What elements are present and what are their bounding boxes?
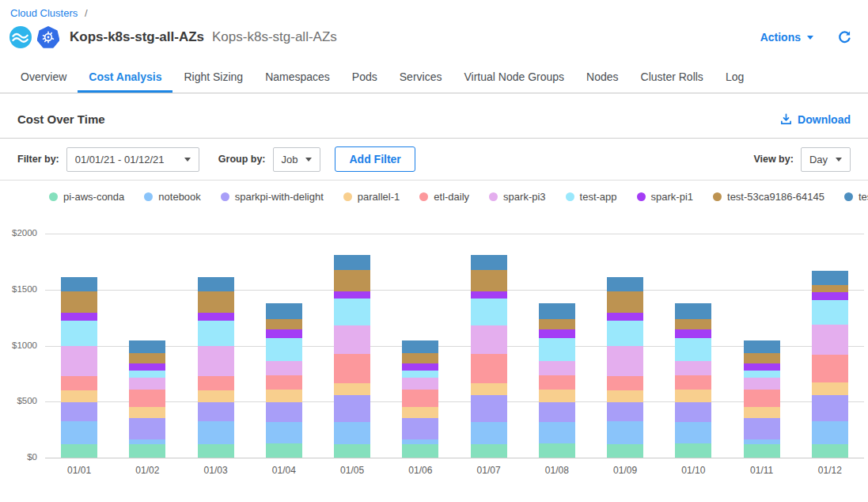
bar-segment-test-53ca9186-64145[interactable]	[129, 353, 165, 363]
bar-segment-test-53ca9186-64145[interactable]	[402, 353, 438, 363]
bar-segment-notebook[interactable]	[607, 421, 643, 444]
bar-segment-sparkpi-with-delight[interactable]	[812, 395, 848, 421]
bar-segment-notebook[interactable]	[334, 422, 370, 444]
bar-segment-test-app[interactable]	[812, 300, 848, 324]
actions-button[interactable]: Actions	[760, 31, 813, 44]
bar-segment-parallel-1[interactable]	[607, 390, 643, 402]
bar-segment-test-53ca9186-64145[interactable]	[198, 291, 234, 313]
bar-segment-test-app[interactable]	[198, 321, 234, 347]
bar-segment-test-app[interactable]	[129, 371, 165, 378]
tab-overview[interactable]: Overview	[9, 63, 78, 93]
bar-segment-spark-pi3[interactable]	[539, 361, 575, 375]
bar-segment-pi-aws-conda[interactable]	[266, 443, 302, 458]
legend-item-spark-pi3[interactable]: spark-pi3	[489, 191, 545, 203]
bar-segment-spark-pi3[interactable]	[812, 325, 848, 355]
bar-segment-test-53ca9186-64145[interactable]	[675, 319, 711, 329]
bar-segment-etl-daily[interactable]	[61, 376, 97, 390]
bar-segment-test-app[interactable]	[402, 371, 438, 378]
bar-segment-spark-pi3[interactable]	[471, 325, 507, 354]
bar-01-10[interactable]	[675, 303, 711, 458]
bar-segment-parallel-1[interactable]	[402, 407, 438, 418]
legend-item-sparkpi-with-delight[interactable]: sparkpi-with-delight	[221, 191, 324, 203]
tab-namespaces[interactable]: Namespaces	[254, 63, 341, 93]
bar-segment-sparkpi-with-delight[interactable]	[266, 402, 302, 422]
bar-segment-spark-pi1[interactable]	[675, 329, 711, 338]
bar-01-01[interactable]	[61, 277, 97, 458]
bar-segment-spark-pi1[interactable]	[334, 291, 370, 299]
bar-segment-parallel-1[interactable]	[539, 390, 575, 402]
bar-segment-etl-daily[interactable]	[198, 376, 234, 390]
bar-segment-test-app[interactable]	[471, 299, 507, 325]
bar-segment-test-pkix[interactable]	[471, 255, 507, 269]
tab-nodes[interactable]: Nodes	[575, 63, 629, 93]
bar-segment-pi-aws-conda[interactable]	[402, 444, 438, 458]
bar-segment-test-pkix[interactable]	[198, 277, 234, 291]
bar-segment-parallel-1[interactable]	[61, 390, 97, 402]
date-range-select[interactable]: 01/01/21 - 01/12/21	[66, 147, 199, 172]
add-filter-button[interactable]: Add Filter	[335, 146, 415, 172]
tab-cluster-rolls[interactable]: Cluster Rolls	[630, 63, 714, 93]
bar-segment-test-pkix[interactable]	[402, 340, 438, 353]
bar-segment-spark-pi1[interactable]	[402, 363, 438, 371]
bar-segment-test-53ca9186-64145[interactable]	[539, 319, 575, 329]
bar-segment-spark-pi1[interactable]	[539, 329, 575, 338]
tab-cost-analysis[interactable]: Cost Analysis	[78, 63, 172, 93]
bar-segment-parallel-1[interactable]	[198, 390, 234, 402]
bar-segment-etl-daily[interactable]	[334, 354, 370, 383]
bar-segment-notebook[interactable]	[539, 422, 575, 444]
legend-item-test-app[interactable]: test-app	[566, 191, 617, 203]
bar-segment-etl-daily[interactable]	[402, 390, 438, 407]
bar-segment-test-app[interactable]	[675, 338, 711, 361]
bar-segment-spark-pi1[interactable]	[198, 313, 234, 321]
bar-segment-test-app[interactable]	[539, 338, 575, 361]
view-by-select[interactable]: Day	[801, 147, 851, 172]
bar-segment-spark-pi1[interactable]	[471, 291, 507, 299]
bar-segment-test-pkix[interactable]	[675, 303, 711, 319]
bar-segment-test-app[interactable]	[607, 321, 643, 347]
tab-log[interactable]: Log	[714, 63, 755, 93]
bar-01-08[interactable]	[539, 303, 575, 458]
legend-item-test-53ca9186-64145[interactable]: test-53ca9186-64145	[713, 191, 824, 203]
bar-segment-test-53ca9186-64145[interactable]	[266, 319, 302, 329]
bar-segment-pi-aws-conda[interactable]	[471, 444, 507, 458]
bar-segment-spark-pi3[interactable]	[744, 378, 780, 390]
bar-segment-test-pkix[interactable]	[61, 277, 97, 291]
bar-01-05[interactable]	[334, 255, 370, 458]
bar-segment-notebook[interactable]	[198, 421, 234, 444]
bar-segment-pi-aws-conda[interactable]	[198, 444, 234, 458]
bar-01-02[interactable]	[129, 340, 165, 458]
bar-segment-test-53ca9186-64145[interactable]	[334, 270, 370, 291]
bar-segment-test-pkix[interactable]	[607, 277, 643, 291]
bar-segment-test-53ca9186-64145[interactable]	[471, 270, 507, 291]
bar-segment-spark-pi3[interactable]	[675, 361, 711, 375]
bar-segment-test-53ca9186-64145[interactable]	[607, 291, 643, 313]
bar-segment-pi-aws-conda[interactable]	[675, 443, 711, 458]
bar-segment-spark-pi3[interactable]	[607, 346, 643, 376]
tab-right-sizing[interactable]: Right Sizing	[172, 63, 254, 93]
bar-segment-etl-daily[interactable]	[675, 375, 711, 390]
bar-segment-etl-daily[interactable]	[744, 390, 780, 407]
legend-item-spark-pi1[interactable]: spark-pi1	[637, 191, 693, 203]
bar-segment-sparkpi-with-delight[interactable]	[61, 402, 97, 421]
bar-segment-test-pkix[interactable]	[539, 303, 575, 319]
bar-segment-test-app[interactable]	[334, 299, 370, 325]
bar-01-09[interactable]	[607, 277, 643, 458]
bar-01-11[interactable]	[744, 340, 780, 458]
bar-segment-etl-daily[interactable]	[129, 390, 165, 407]
tab-pods[interactable]: Pods	[341, 63, 389, 93]
bar-segment-spark-pi3[interactable]	[198, 346, 234, 376]
bar-segment-test-app[interactable]	[744, 371, 780, 378]
bar-segment-pi-aws-conda[interactable]	[61, 444, 97, 458]
bar-segment-sparkpi-with-delight[interactable]	[471, 395, 507, 423]
bar-segment-spark-pi1[interactable]	[607, 313, 643, 321]
bar-segment-test-app[interactable]	[61, 321, 97, 347]
bar-segment-parallel-1[interactable]	[334, 383, 370, 395]
bar-segment-pi-aws-conda[interactable]	[539, 443, 575, 458]
bar-segment-parallel-1[interactable]	[471, 383, 507, 395]
bar-segment-pi-aws-conda[interactable]	[334, 444, 370, 458]
bar-segment-test-pkix[interactable]	[266, 303, 302, 319]
bar-segment-pi-aws-conda[interactable]	[129, 444, 165, 458]
refresh-button[interactable]	[837, 30, 852, 45]
breadcrumb-link-cloud-clusters[interactable]: Cloud Clusters	[10, 7, 78, 19]
bar-segment-test-53ca9186-64145[interactable]	[812, 285, 848, 292]
